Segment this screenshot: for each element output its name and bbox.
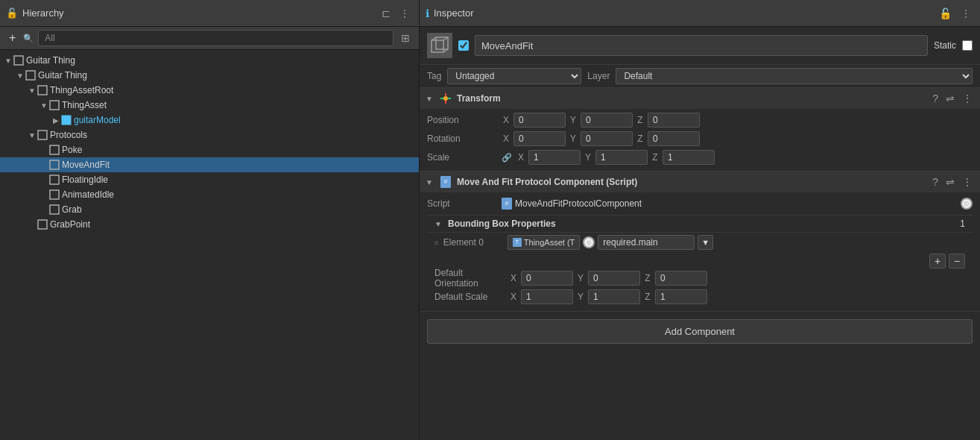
- svg-rect-11: [38, 220, 47, 229]
- transform-collapse-arrow: ▼: [426, 95, 434, 103]
- orient-x-input[interactable]: [521, 271, 573, 286]
- transform-controls: ? ⇌ ⋮: [931, 92, 974, 104]
- layer-label: Layer: [587, 71, 610, 81]
- cube-icon-floating-idle: [49, 175, 60, 185]
- tree-item-guitar-thing[interactable]: ▼ Guitar Thing: [0, 53, 419, 68]
- add-component-button[interactable]: Add Component: [427, 319, 973, 344]
- script-component-title: Move And Fit Protocol Component (Script): [457, 177, 926, 187]
- svg-rect-5: [38, 131, 47, 139]
- hierarchy-search-bar: + 🔍 ⊞: [0, 27, 419, 50]
- tag-label: Tag: [427, 71, 441, 81]
- collapse-arrow-guitar-thing: ▼: [3, 57, 13, 65]
- required-main-input[interactable]: [598, 235, 695, 250]
- thing-asset-button[interactable]: T ThingAsset (T: [508, 235, 580, 250]
- scale-x-input[interactable]: [528, 150, 581, 165]
- scale-x-label: X: [516, 152, 525, 163]
- remove-element-button[interactable]: −: [949, 254, 965, 268]
- layer-select[interactable]: Default: [616, 68, 973, 84]
- tree-item-grab[interactable]: Grab: [0, 202, 419, 217]
- transform-sliders-button[interactable]: ⇌: [944, 92, 956, 104]
- rotation-xyz: X Y Z: [502, 131, 973, 146]
- tree-item-thing-asset-root[interactable]: ▼ ThingAssetRoot: [0, 83, 419, 98]
- script-row: Script # MoveAndFitProtocolComponent ⊙: [427, 195, 973, 212]
- rotation-row: Rotation X Y Z: [427, 131, 973, 147]
- script-component-header[interactable]: ▼ # Move And Fit Protocol Component (Scr…: [420, 172, 980, 192]
- hierarchy-pin-button[interactable]: ⊏: [379, 6, 393, 21]
- required-main-dropdown-button[interactable]: ▼: [698, 235, 713, 250]
- orient-y-input[interactable]: [588, 271, 640, 286]
- dscale-y-input[interactable]: [588, 289, 640, 304]
- transform-menu-button[interactable]: ⋮: [961, 92, 974, 104]
- tree-item-guitar-thing-child[interactable]: ▼ Guitar Thing: [0, 68, 419, 83]
- element-0-value: T ThingAsset (T ⊙ ▼: [508, 235, 965, 250]
- rotation-label: Rotation: [427, 133, 502, 144]
- position-xyz: X Y Z: [502, 113, 973, 128]
- script-help-button[interactable]: ?: [931, 176, 940, 188]
- tree-item-animated-idle[interactable]: AnimatedIdle: [0, 187, 419, 202]
- svg-rect-8: [50, 175, 59, 184]
- tree-label-floating-idle: FloatingIdle: [62, 175, 108, 185]
- hierarchy-header-left: 🔓 Hierarchy: [6, 7, 64, 19]
- cube-icon-grab: [49, 204, 60, 215]
- thing-asset-target-button[interactable]: ⊙: [583, 236, 595, 248]
- script-file-icon: #: [439, 175, 452, 189]
- tree-item-floating-idle[interactable]: FloatingIdle: [0, 172, 419, 187]
- static-label: Static: [934, 40, 956, 51]
- tree-item-move-and-fit[interactable]: MoveAndFit: [0, 157, 419, 172]
- collapse-arrow-thing-asset-root: ▼: [27, 87, 37, 95]
- dscale-x-input[interactable]: [521, 289, 573, 304]
- position-x-input[interactable]: [513, 113, 566, 128]
- static-checkbox[interactable]: [962, 40, 973, 51]
- svg-rect-0: [14, 56, 23, 65]
- cube-icon-guitar-thing: [13, 55, 24, 66]
- default-scale-label: Default Scale: [434, 292, 509, 302]
- rotation-x-input[interactable]: [513, 131, 566, 146]
- inspector-header: ℹ Inspector 🔓 ⋮: [420, 0, 980, 27]
- tree-item-guitar-model[interactable]: ▶ guitarModel: [0, 113, 419, 128]
- cube-icon-grab-point: [37, 219, 48, 230]
- script-menu-button[interactable]: ⋮: [961, 176, 974, 188]
- scale-xyz: 🔗 X Y Z: [502, 150, 973, 165]
- tree-label-grab: Grab: [62, 204, 82, 215]
- collapse-arrow-protocols: ▼: [27, 131, 37, 139]
- tree-item-poke[interactable]: Poke: [0, 142, 419, 157]
- script-target-button[interactable]: ⊙: [961, 198, 973, 210]
- tree-item-grab-point[interactable]: GrabPoint: [0, 217, 419, 232]
- tree-item-protocols[interactable]: ▼ Protocols: [0, 128, 419, 142]
- gameobject-active-checkbox[interactable]: [458, 40, 469, 51]
- hierarchy-search-input[interactable]: [38, 30, 393, 46]
- bounding-box-title: Bounding Box Properties: [448, 219, 955, 229]
- orient-z-input[interactable]: [655, 271, 707, 286]
- position-y-input[interactable]: [581, 113, 633, 128]
- cube-icon-move-and-fit: [49, 160, 60, 170]
- rotation-z-input[interactable]: [648, 131, 700, 146]
- dscale-z-input[interactable]: [655, 289, 707, 304]
- add-hierarchy-button[interactable]: +: [6, 30, 19, 46]
- tree-item-thing-asset[interactable]: ▼ ThingAsset: [0, 98, 419, 113]
- cube-icon-thing-asset-root: [37, 85, 48, 95]
- script-value: # MoveAndFitProtocolComponent ⊙: [502, 198, 973, 210]
- script-file-icon-small: #: [502, 198, 512, 210]
- position-z-input[interactable]: [648, 113, 700, 128]
- drag-handle-icon[interactable]: ≡: [434, 239, 439, 247]
- tag-select[interactable]: Untagged: [447, 68, 581, 84]
- script-sliders-button[interactable]: ⇌: [944, 176, 956, 188]
- hierarchy-tree: ▼ Guitar Thing ▼ Guitar Thing ▼ ThingAss…: [0, 50, 419, 440]
- add-element-button[interactable]: +: [929, 254, 946, 268]
- search-expand-button[interactable]: ⊞: [398, 31, 413, 45]
- inspector-menu-button[interactable]: ⋮: [958, 6, 974, 21]
- inspector-lock-button[interactable]: 🔓: [936, 6, 955, 21]
- gameobject-name-input[interactable]: [475, 35, 928, 56]
- scale-z-input[interactable]: [663, 150, 715, 165]
- script-collapse-arrow: ▼: [426, 178, 434, 186]
- hierarchy-menu-button[interactable]: ⋮: [396, 6, 413, 21]
- rotation-y-input[interactable]: [581, 131, 633, 146]
- scale-y-input[interactable]: [595, 150, 648, 165]
- script-body: Script # MoveAndFitProtocolComponent ⊙ ▼…: [420, 192, 980, 311]
- orient-x-label: X: [509, 273, 518, 283]
- default-orientation-xyz: X Y Z: [509, 271, 965, 286]
- transform-component-header[interactable]: ▼ Transform ? ⇌ ⋮: [420, 88, 980, 109]
- bounding-box-header[interactable]: ▼ Bounding Box Properties 1: [427, 216, 973, 233]
- svg-rect-7: [50, 160, 59, 169]
- transform-help-button[interactable]: ?: [931, 92, 940, 104]
